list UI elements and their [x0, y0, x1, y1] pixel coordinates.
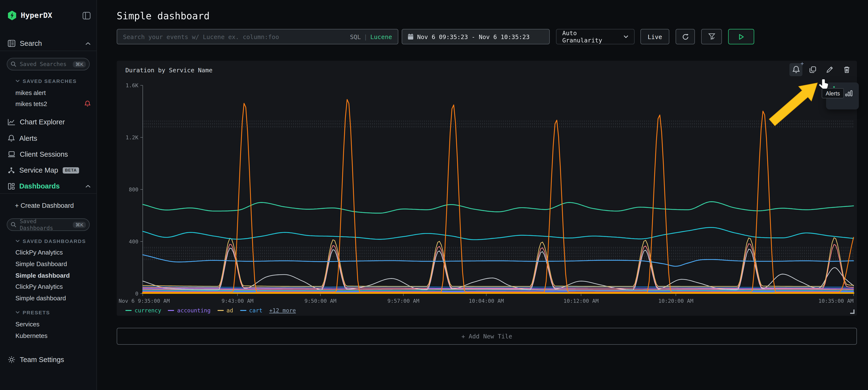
legend-dash [125, 310, 132, 311]
series-frontend [143, 100, 854, 292]
series-quote [143, 291, 854, 291]
chevron-down-icon [623, 35, 628, 38]
preset-item-services[interactable]: Services [16, 319, 91, 329]
saved-search-item[interactable]: mikes tets2 [16, 99, 91, 108]
sidebar-item-service-map[interactable]: Service Map BETA [8, 165, 91, 175]
calendar-icon [407, 33, 414, 40]
saved-search-item[interactable]: mikes alert [16, 88, 91, 97]
saved-searches-header[interactable]: SAVED SEARCHES [16, 76, 91, 86]
x-tick-label: 10:04:00 AM [469, 298, 504, 304]
refresh-icon [682, 33, 689, 40]
chevron-down-icon [16, 311, 20, 314]
live-button[interactable]: Live [641, 29, 669, 44]
legend-item[interactable]: accounting [168, 307, 211, 314]
chevron-up-icon[interactable] [85, 42, 91, 45]
granularity-select[interactable]: Auto Granularity [556, 29, 634, 44]
cursor-pointer-icon [818, 78, 829, 91]
event-search-input[interactable]: Search your events w/ Lucene ex. column:… [117, 29, 398, 44]
hyperdx-app: HyperDX Search [0, 0, 868, 390]
shortcut-badge: ⌘K [73, 222, 86, 228]
presets-header[interactable]: PRESETS [16, 307, 91, 317]
lucene-toggle[interactable]: Lucene [370, 33, 392, 40]
status-dot [833, 86, 835, 88]
chart-legend: currency accounting ad cart +12 more [125, 307, 296, 314]
search-icon [10, 61, 17, 67]
refresh-button[interactable] [676, 29, 695, 44]
y-tick-label: 1.6K [126, 83, 138, 89]
sidebar-item-alerts[interactable]: Alerts [8, 133, 91, 143]
play-icon [739, 33, 744, 40]
bar-chart-icon[interactable] [845, 89, 853, 97]
sql-toggle[interactable]: SQL [350, 33, 361, 40]
page-title: Simple dashboard [117, 10, 210, 22]
sidebar-item-client-sessions[interactable]: Client Sessions [8, 150, 91, 159]
resize-handle[interactable] [850, 309, 855, 314]
search-section-icon [8, 39, 16, 47]
sidebar-item-search[interactable]: Search [8, 39, 91, 48]
main-content: Simple dashboard 0 Tags Search your even… [96, 0, 868, 390]
legend-more-link[interactable]: +12 more [269, 307, 296, 314]
series-shipping [143, 248, 854, 290]
sidebar-item-chart-explorer[interactable]: Chart Explorer [8, 117, 91, 127]
saved-dashboards-input[interactable]: Saved Dashboards ⌘K [7, 218, 90, 231]
event-search-placeholder: Search your events w/ Lucene ex. column:… [123, 33, 350, 40]
series-fraud [143, 289, 854, 290]
series-checkout [143, 228, 854, 240]
saved-dashboards-header[interactable]: SAVED DASHBOARDS [16, 236, 91, 246]
chevron-up-icon[interactable] [85, 185, 91, 188]
series-cart [143, 255, 854, 266]
series-payment [143, 244, 854, 288]
saved-searches-input[interactable]: Saved Searches ⌘K [7, 58, 90, 70]
sidebar-collapse-icon[interactable] [83, 11, 91, 20]
time-range-picker[interactable]: Nov 6 09:35:23 - Nov 6 10:35:23 [402, 29, 550, 44]
preset-item-kubernetes[interactable]: Kubernetes [16, 331, 91, 340]
dashboard-list-item[interactable]: ClickPy Analytics [16, 247, 91, 257]
create-dashboard-button[interactable]: + Create Dashboard [15, 200, 91, 210]
legend-dash [240, 310, 246, 311]
y-tick-label: 400 [129, 239, 138, 245]
y-tick-label: 0 [135, 291, 138, 297]
search-icon [10, 222, 17, 228]
gear-icon [8, 356, 16, 363]
dashboard-list-item[interactable]: Simple dashboard [16, 293, 91, 303]
hyperdx-logo-icon [8, 10, 17, 20]
sidebar-divider [0, 193, 96, 194]
bell-icon [8, 134, 15, 142]
x-tick-label: 9:43:00 AM [222, 298, 253, 304]
time-range-value: Nov 6 09:35:23 - Nov 6 10:35:23 [417, 33, 530, 40]
filter-edit-button[interactable] [701, 29, 722, 44]
series-ad [143, 238, 854, 286]
sidebar-item-dashboards[interactable]: Dashboards [8, 181, 91, 191]
dashboard-list-item[interactable]: Simple Dashboard [16, 259, 91, 268]
sidebar: HyperDX Search [0, 0, 97, 390]
chevron-down-icon [16, 79, 20, 83]
add-new-tile-button[interactable]: + Add New Tile [117, 328, 857, 345]
sidebar-item-team-settings[interactable]: Team Settings [8, 355, 91, 364]
saved-searches-placeholder: Saved Searches [20, 61, 70, 67]
run-query-button[interactable] [728, 29, 754, 44]
service-map-icon [8, 167, 15, 174]
app-title: HyperDX [21, 11, 52, 20]
logo-row: HyperDX [8, 10, 91, 20]
legend-item[interactable]: currency [125, 307, 161, 314]
dashboard-list-item[interactable]: ClickPy Analytics [16, 282, 91, 291]
legend-item[interactable]: cart [240, 307, 262, 314]
x-tick-label: 10:12:00 AM [563, 298, 599, 304]
filter-icon [708, 33, 715, 40]
legend-dash [217, 310, 223, 311]
series-currency [143, 202, 854, 213]
duration-line-chart[interactable]: 04008001.2K1.6KNov 6 9:35:00 AM9:43:00 A… [117, 61, 857, 316]
laptop-icon [8, 151, 16, 158]
annotation-arrow [763, 78, 822, 127]
shortcut-badge: ⌘K [73, 61, 86, 67]
dashboard-list-item-active[interactable]: Simple dashboard [16, 270, 91, 280]
y-tick-label: 800 [129, 187, 138, 193]
sidebar-divider [0, 51, 96, 51]
x-tick-label: 10:20:00 AM [658, 298, 693, 304]
sidebar-search-label: Search [20, 39, 42, 47]
x-tick-label: 9:50:00 AM [305, 298, 336, 304]
legend-item[interactable]: ad [217, 307, 233, 314]
chart-tile: Duration by Service Name + [117, 61, 857, 316]
x-tick-label: 10:35:00 AM [818, 298, 854, 304]
line-chart-icon [8, 119, 16, 125]
